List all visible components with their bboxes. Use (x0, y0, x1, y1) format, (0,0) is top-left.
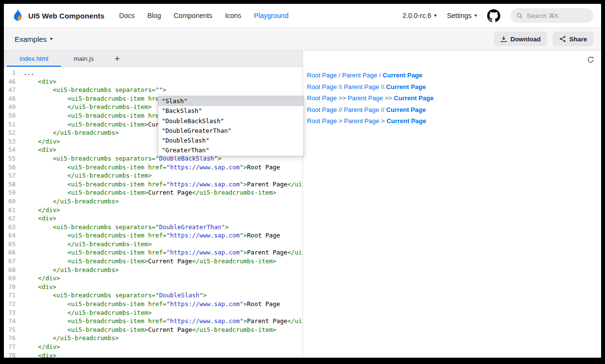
breadcrumb-separator: \\ (337, 83, 343, 91)
share-button[interactable]: Share (553, 32, 593, 46)
breadcrumb-link[interactable]: Root Page (307, 117, 337, 125)
line-number: 57 (4, 171, 23, 180)
breadcrumb-link[interactable]: Root Page (307, 72, 337, 79)
line-code: <div> (23, 146, 57, 154)
code-line: 61 </div> (4, 206, 302, 215)
breadcrumb-link[interactable]: Parent Page (344, 83, 379, 91)
tab-main-js[interactable]: main.js (61, 51, 106, 67)
line-number: 47 (4, 86, 23, 94)
breadcrumb-separator: > (379, 117, 387, 125)
main-nav: DocsBlogComponentsIconsPlayground (119, 12, 289, 19)
breadcrumb-link[interactable]: Parent Page (344, 117, 379, 125)
line-number: 64 (4, 231, 23, 240)
line-number: 76 (4, 334, 23, 343)
breadcrumb-current-page: Current Page (386, 106, 426, 113)
code-line: 69 </div> (4, 274, 302, 283)
line-code: <div> (23, 351, 57, 358)
version-dropdown[interactable]: 2.0.0-rc.6 ▾ (402, 12, 436, 19)
search-box[interactable] (510, 8, 593, 23)
code-line: 73 </ui5-breadcrumbs-item> (4, 309, 302, 317)
line-code: </div> (23, 343, 60, 351)
breadcrumb-current-page: Current Page (386, 117, 426, 125)
line-number: 77 (4, 343, 23, 351)
line-number: 46 (4, 77, 23, 86)
line-number: 48 (4, 94, 23, 103)
refresh-button[interactable] (587, 56, 594, 63)
autocomplete-option[interactable]: "DoubleGreaterThan" (158, 126, 303, 136)
nav-link-icons[interactable]: Icons (225, 12, 241, 19)
line-code: <ui5-breadcrumbs-item href="https://www.… (23, 231, 280, 240)
playground-window: UI5 Web Components DocsBlogComponentsIco… (4, 4, 601, 358)
preview-toolbar (303, 51, 601, 68)
line-number: 73 (4, 309, 23, 317)
main-split: index.htmlmain.js+ 1...46 <div>47 <ui5-b… (4, 50, 601, 358)
line-code: <ui5-breadcrumbs-item>Current Page</ui5-… (23, 188, 276, 197)
breadcrumb-current-page: Current Page (382, 72, 422, 79)
breadcrumb-separator: >> (383, 94, 394, 102)
github-icon[interactable] (487, 9, 500, 22)
line-number: 66 (4, 248, 23, 257)
line-number: 61 (4, 206, 23, 215)
line-number: 63 (4, 223, 23, 232)
line-code: <div> (23, 283, 57, 291)
autocomplete-option[interactable]: "Slash" (158, 96, 303, 106)
code-line: 60 </ui5-breadcrumbs> (4, 197, 302, 206)
breadcrumb-link[interactable]: Root Page (307, 94, 337, 102)
code-line: 63 <ui5-breadcrumbs separators="DoubleGr… (4, 223, 302, 232)
line-code: ... (23, 69, 35, 77)
line-number: 49 (4, 103, 23, 111)
chevron-down-icon: ▾ (434, 13, 436, 18)
chevron-down-icon: ▾ (474, 13, 477, 18)
breadcrumb-link[interactable]: Root Page (307, 106, 337, 113)
download-icon (500, 36, 507, 42)
line-code: <ui5-breadcrumbs separators="DoubleGreat… (23, 223, 228, 232)
breadcrumb-separator: >> (337, 94, 347, 102)
line-code: <ui5-breadcrumbs-item href="https://www.… (23, 248, 302, 257)
nav-link-playground[interactable]: Playground (254, 12, 288, 19)
breadcrumb-link[interactable]: Parent Page (344, 106, 379, 113)
autocomplete-option[interactable]: "DoubleSlash" (158, 136, 303, 146)
line-number: 58 (4, 180, 23, 189)
settings-dropdown[interactable]: Settings ▾ (447, 12, 477, 19)
code-line: 1... (4, 69, 302, 77)
code-line: 78 <div> (4, 351, 302, 358)
autocomplete-option[interactable]: "DoubleBackSlash" (158, 116, 303, 126)
breadcrumb-link[interactable]: Root Page (307, 83, 337, 91)
code-line: 70 <div> (4, 283, 302, 291)
nav-link-blog[interactable]: Blog (147, 12, 161, 19)
line-code: <div> (23, 214, 57, 223)
breadcrumb-link[interactable]: Parent Page (342, 72, 377, 79)
examples-dropdown[interactable]: Examples ▾ (15, 35, 53, 43)
breadcrumb-link[interactable]: Parent Page (348, 94, 383, 102)
autocomplete-option[interactable]: "BackSlash" (158, 106, 303, 116)
code-line: 77 </div> (4, 343, 302, 351)
nav-link-components[interactable]: Components (173, 12, 212, 19)
code-line: 76 </ui5-breadcrumbs> (4, 334, 302, 343)
line-number: 65 (4, 240, 23, 249)
settings-label: Settings (447, 12, 472, 19)
line-number: 70 (4, 283, 23, 291)
line-code: </ui5-breadcrumbs> (23, 266, 119, 274)
line-code: </ui5-breadcrumbs-item> (23, 171, 151, 180)
code-line: 59 <ui5-breadcrumbs-item>Current Page</u… (4, 188, 302, 197)
tab-index-html[interactable]: index.html (7, 51, 61, 67)
nav-link-docs[interactable]: Docs (119, 12, 135, 19)
line-number: 54 (4, 146, 23, 154)
line-code: </ui5-breadcrumbs> (23, 334, 119, 343)
line-code: <ui5-breadcrumbs separators="DoubleSlash… (23, 291, 207, 300)
brand[interactable]: UI5 Web Components (12, 9, 105, 23)
line-number: 74 (4, 317, 23, 326)
line-code: <ui5-breadcrumbs-item href="https://www.… (23, 300, 280, 309)
autocomplete-option[interactable]: "GreaterThan" (158, 146, 303, 155)
search-input[interactable] (527, 12, 585, 19)
code-line: 62 <div> (4, 214, 302, 223)
breadcrumb-separator: // (379, 106, 386, 113)
download-button[interactable]: Download (494, 32, 547, 46)
examples-label: Examples (15, 35, 47, 43)
add-tab-button[interactable]: + (106, 51, 128, 67)
line-number: 69 (4, 274, 23, 283)
code-line: 64 <ui5-breadcrumbs-item href="https://w… (4, 231, 302, 240)
search-icon (516, 13, 523, 19)
preview-pane: Root Page / Parent Page / Current PageRo… (303, 51, 601, 358)
line-number: 51 (4, 120, 23, 129)
